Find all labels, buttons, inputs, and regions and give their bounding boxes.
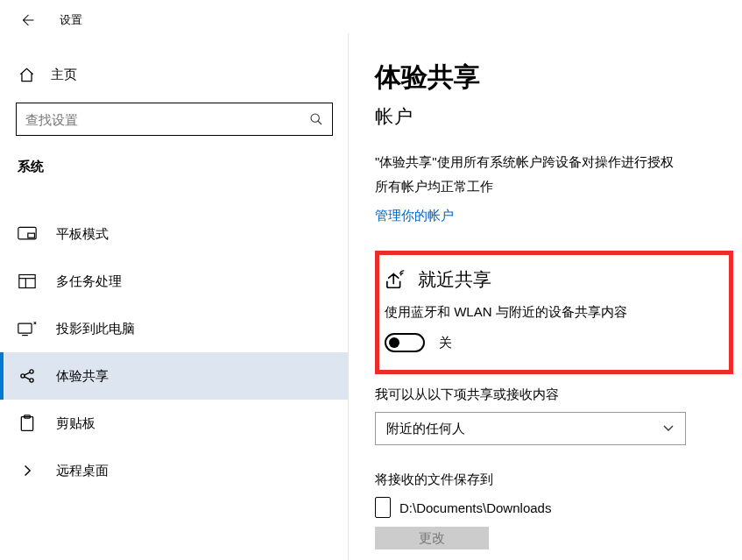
sidebar-item-tablet-mode[interactable]: 平板模式 [16, 210, 333, 258]
sidebar-item-clipboard[interactable]: 剪贴板 [16, 400, 333, 447]
svg-rect-6 [18, 323, 32, 333]
nearby-share-icon [385, 269, 407, 290]
share-icon [18, 367, 37, 385]
sidebar-item-shared-experiences[interactable]: 体验共享 [0, 352, 349, 400]
save-to-label: 将接收的文件保存到 [375, 471, 733, 488]
chevron-down-icon [662, 424, 675, 433]
manage-accounts-link[interactable]: 管理你的帐户 [375, 208, 454, 224]
folder-icon [375, 497, 391, 518]
home-icon [18, 67, 35, 83]
multitask-icon [18, 273, 37, 289]
svg-point-0 [311, 114, 319, 122]
sidebar-item-label: 剪贴板 [56, 415, 95, 432]
section-accounts-heading: 帐户 [375, 104, 733, 129]
sidebar-category: 系统 [16, 159, 333, 175]
tablet-icon [18, 226, 37, 242]
project-icon [18, 321, 37, 337]
sidebar-item-label: 平板模式 [56, 226, 109, 243]
search-icon [309, 112, 323, 126]
share-from-select[interactable]: 附近的任何人 [375, 412, 686, 445]
search-box[interactable] [16, 103, 333, 136]
change-button[interactable]: 更改 [375, 527, 489, 549]
share-from-value: 附近的任何人 [386, 421, 465, 437]
nearby-sharing-heading: 就近共享 [418, 267, 491, 292]
accounts-desc-1: "体验共享"使用所有系统帐户跨设备对操作进行授权 [375, 152, 733, 173]
sidebar-item-label: 多任务处理 [56, 273, 122, 290]
svg-line-12 [25, 377, 31, 379]
nearby-sharing-desc: 使用蓝牙和 WLAN 与附近的设备共享内容 [385, 304, 720, 321]
sidebar-home-label: 主页 [51, 67, 77, 83]
sidebar-item-label: 远程桌面 [56, 463, 109, 479]
nearby-sharing-highlight: 就近共享 使用蓝牙和 WLAN 与附近的设备共享内容 关 [375, 251, 733, 374]
svg-rect-13 [21, 417, 32, 431]
chevron-right-icon [18, 464, 37, 478]
share-from-label: 我可以从以下项共享或接收内容 [375, 386, 733, 403]
sidebar-item-label: 体验共享 [56, 368, 109, 385]
sidebar-item-remote-desktop[interactable]: 远程桌面 [16, 447, 333, 494]
main-panel: 体验共享 帐户 "体验共享"使用所有系统帐户跨设备对操作进行授权 所有帐户均正常… [349, 40, 742, 560]
sidebar: 主页 系统 平板模式 多任务处理 投影到此电脑 [0, 40, 349, 560]
window-title: 设置 [60, 12, 82, 28]
back-button[interactable] [19, 12, 35, 28]
nearby-sharing-toggle-state: 关 [439, 335, 452, 351]
sidebar-item-projecting[interactable]: 投影到此电脑 [16, 305, 333, 352]
sidebar-item-multitasking[interactable]: 多任务处理 [16, 258, 333, 305]
nearby-sharing-toggle[interactable] [385, 333, 425, 352]
svg-line-11 [25, 372, 31, 375]
svg-rect-2 [28, 233, 35, 237]
sidebar-home[interactable]: 主页 [16, 58, 333, 92]
accounts-desc-2: 所有帐户均正常工作 [375, 176, 733, 197]
sidebar-item-label: 投影到此电脑 [56, 321, 135, 337]
clipboard-icon [18, 415, 37, 432]
save-to-path: D:\Documents\Downloads [399, 500, 551, 515]
svg-rect-3 [19, 275, 35, 288]
page-title: 体验共享 [375, 60, 733, 96]
search-input[interactable] [25, 112, 309, 127]
